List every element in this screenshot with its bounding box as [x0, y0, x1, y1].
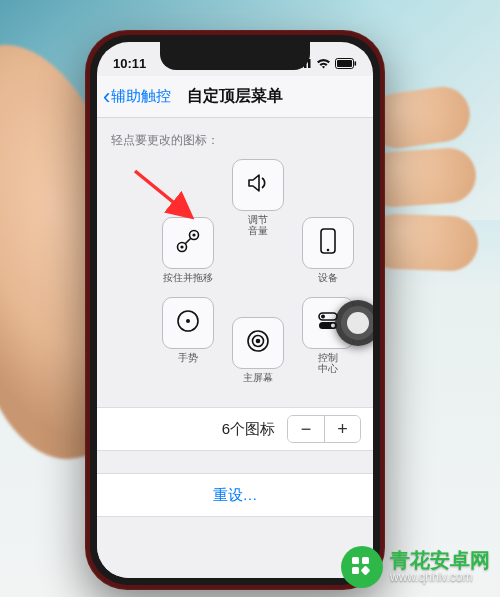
svg-point-8 [180, 245, 183, 248]
svg-rect-25 [362, 557, 369, 564]
svg-point-20 [321, 315, 325, 319]
menu-item-device[interactable]: 设备 [299, 217, 357, 283]
menu-item-pinch[interactable]: 按住并拖移 [159, 217, 217, 283]
device-icon [315, 226, 341, 260]
stepper-plus[interactable]: + [324, 416, 360, 442]
menu-item-home[interactable]: 主屏幕 [229, 317, 287, 383]
section-hint: 轻点要更改的图标： [97, 118, 373, 159]
svg-point-10 [192, 233, 195, 236]
watermark: 青花安卓网 www.qhhlv.com [340, 545, 490, 589]
svg-point-23 [341, 546, 383, 588]
watermark-url: www.qhhlv.com [390, 571, 490, 584]
battery-icon [335, 58, 357, 69]
svg-point-18 [256, 339, 261, 344]
reset-button[interactable]: 重设… [97, 473, 373, 517]
watermark-logo-icon [340, 545, 384, 589]
back-button[interactable]: ‹ 辅助触控 [103, 76, 171, 117]
menu-item-gestures[interactable]: 手势 [159, 297, 217, 363]
icon-grid: 调节 音量 按住并拖移 [101, 159, 369, 389]
svg-line-11 [185, 238, 191, 244]
icon-count-stepper: − + [287, 415, 361, 443]
home-icon [243, 326, 273, 360]
watermark-title: 青花安卓网 [390, 549, 490, 571]
stepper-minus[interactable]: − [288, 416, 324, 442]
chevron-left-icon: ‹ [103, 86, 110, 108]
assistive-touch-button[interactable] [335, 300, 373, 346]
page-title: 自定顶层菜单 [187, 86, 283, 107]
phone: 10:11 ‹ [85, 30, 385, 590]
status-time: 10:11 [113, 56, 146, 71]
gestures-icon [173, 306, 203, 340]
notch [160, 42, 310, 70]
icon-count-row: 6个图标 − + [97, 407, 373, 451]
svg-rect-24 [352, 557, 359, 564]
nav-bar: ‹ 辅助触控 自定顶层菜单 [97, 76, 373, 118]
svg-rect-26 [352, 567, 359, 574]
wifi-icon [316, 58, 331, 69]
back-label: 辅助触控 [111, 87, 171, 106]
pinch-icon [173, 226, 203, 260]
volume-icon [244, 169, 272, 201]
svg-rect-6 [355, 61, 357, 66]
svg-point-13 [327, 249, 330, 252]
menu-item-volume[interactable]: 调节 音量 [229, 159, 287, 236]
svg-point-15 [186, 319, 190, 323]
svg-rect-5 [337, 60, 352, 67]
icon-count-label: 6个图标 [222, 420, 275, 439]
